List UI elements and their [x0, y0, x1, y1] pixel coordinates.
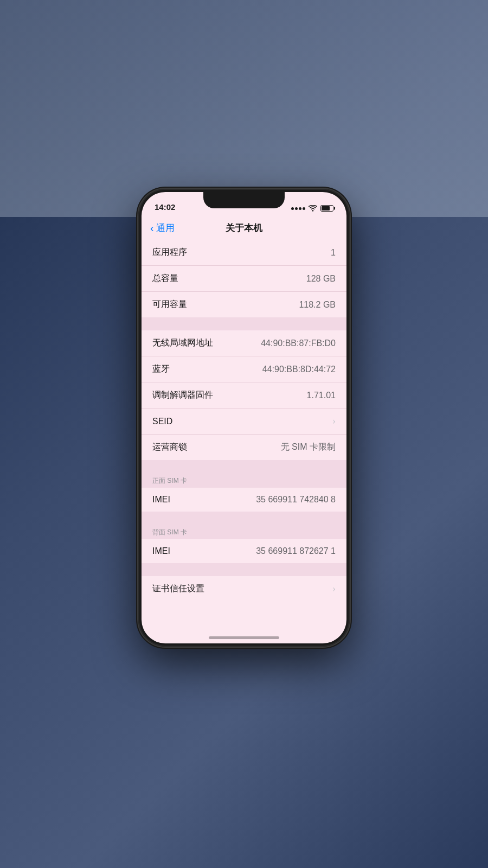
row-bluetooth: 蓝牙 44:90:BB:8D:44:72 — [142, 356, 346, 382]
spacer-1 — [142, 317, 346, 330]
spacer-3 — [142, 512, 346, 525]
row-imei-back-value: 35 669911 872627 1 — [256, 546, 336, 556]
row-capacity-label: 总容量 — [152, 273, 178, 284]
settings-group-sim-back: 背面 SIM 卡 IMEI 35 669911 872627 1 — [142, 525, 346, 563]
row-bluetooth-value: 44:90:BB:8D:44:72 — [262, 365, 336, 374]
row-imei-back-label: IMEI — [152, 546, 170, 556]
row-seid[interactable]: SEID › — [142, 409, 346, 435]
row-cert[interactable]: 证书信任设置 › — [142, 576, 346, 602]
spacer-2 — [142, 460, 346, 473]
sim-front-header: 正面 SIM 卡 — [142, 473, 346, 488]
row-apps: 应用程序 1 — [142, 240, 346, 266]
sim-back-header: 背面 SIM 卡 — [142, 525, 346, 539]
settings-group-main: 应用程序 1 总容量 128 GB 可用容量 118.2 GB — [142, 240, 346, 317]
nav-header: ‹ 通用 关于本机 — [142, 216, 346, 240]
cert-chevron-icon: › — [332, 583, 336, 595]
seid-chevron-icon: › — [332, 416, 336, 427]
row-available-label: 可用容量 — [152, 299, 187, 310]
settings-group-sim-front: 正面 SIM 卡 IMEI 35 669911 742840 8 — [142, 473, 346, 512]
nav-back-button[interactable]: ‹ 通用 — [150, 222, 175, 234]
row-seid-label: SEID — [152, 417, 172, 426]
phone-shell: 14:02 — [138, 189, 350, 647]
signal-dot-3 — [299, 207, 301, 210]
back-chevron-icon: ‹ — [150, 222, 154, 233]
status-time: 14:02 — [155, 202, 175, 212]
row-carrier-value: 无 SIM 卡限制 — [281, 442, 336, 453]
row-carrier-label: 运营商锁 — [152, 442, 187, 453]
signal-dot-1 — [291, 207, 294, 210]
row-modem: 调制解调器固件 1.71.01 — [142, 382, 346, 409]
row-bluetooth-label: 蓝牙 — [152, 363, 170, 375]
signal-dots — [291, 207, 305, 210]
row-modem-label: 调制解调器固件 — [152, 390, 213, 401]
row-wifi-label: 无线局域网地址 — [152, 337, 213, 349]
nav-title: 关于本机 — [226, 222, 262, 234]
row-carrier: 运营商锁 无 SIM 卡限制 — [142, 435, 346, 460]
nav-back-label: 通用 — [156, 222, 175, 234]
wifi-icon — [309, 205, 317, 212]
signal-dot-4 — [303, 207, 305, 210]
row-imei-back: IMEI 35 669911 872627 1 — [142, 539, 346, 563]
row-capacity-value: 128 GB — [306, 274, 336, 284]
row-wifi-mac: 无线局域网地址 44:90:BB:87:FB:D0 — [142, 330, 346, 356]
spacer-4 — [142, 563, 346, 576]
row-imei-front-value: 35 669911 742840 8 — [256, 495, 336, 505]
row-cert-value-container: › — [329, 583, 336, 595]
row-available: 可用容量 118.2 GB — [142, 292, 346, 317]
row-cert-label: 证书信任设置 — [152, 583, 204, 595]
status-icons — [291, 205, 333, 212]
settings-group-network: 无线局域网地址 44:90:BB:87:FB:D0 蓝牙 44:90:BB:8D… — [142, 330, 346, 460]
notch — [203, 192, 285, 208]
phone-screen: 14:02 — [142, 192, 346, 643]
battery-fill — [322, 206, 330, 210]
row-apps-label: 应用程序 — [152, 247, 187, 258]
row-seid-value-container: › — [329, 416, 336, 427]
content-area: 应用程序 1 总容量 128 GB 可用容量 118.2 GB — [142, 240, 346, 643]
row-capacity: 总容量 128 GB — [142, 266, 346, 292]
row-imei-front: IMEI 35 669911 742840 8 — [142, 488, 346, 512]
home-indicator[interactable] — [209, 636, 279, 639]
row-imei-front-label: IMEI — [152, 495, 170, 505]
bottom-padding — [142, 602, 346, 623]
signal-dot-2 — [295, 207, 298, 210]
phone-wrapper: 14:02 — [138, 189, 350, 647]
row-wifi-value: 44:90:BB:87:FB:D0 — [261, 339, 336, 348]
desktop-bg — [0, 0, 488, 217]
svg-point-0 — [312, 210, 313, 211]
row-modem-value: 1.71.01 — [307, 391, 336, 400]
battery-icon — [320, 205, 333, 212]
row-apps-value: 1 — [331, 248, 336, 258]
row-available-value: 118.2 GB — [299, 300, 336, 310]
settings-group-cert: 证书信任设置 › — [142, 576, 346, 602]
